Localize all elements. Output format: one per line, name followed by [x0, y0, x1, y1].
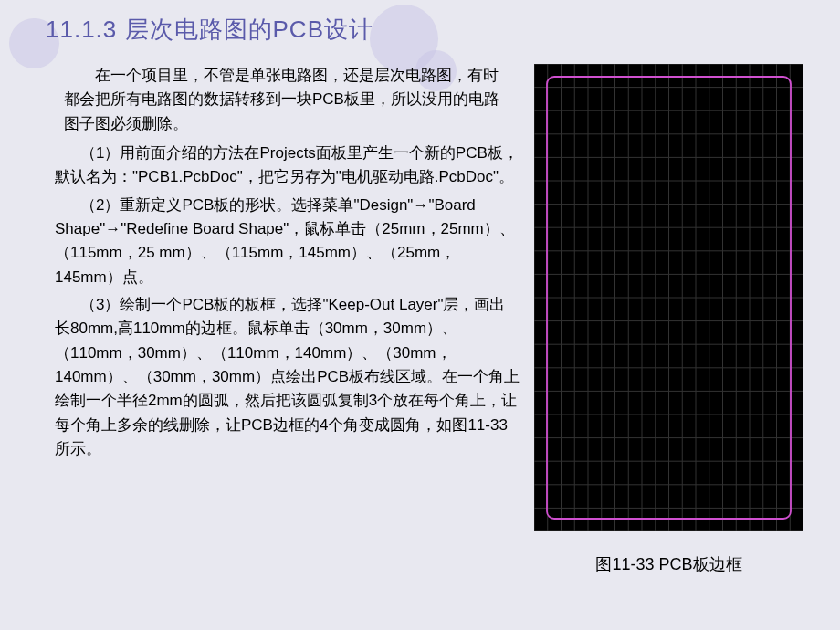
- list-item: （2）重新定义PCB板的形状。选择菜单"Design"→"Board Shape…: [46, 194, 520, 289]
- slide-title: 11.1.3 层次电路图的PCB设计: [46, 14, 813, 46]
- slide-content: 11.1.3 层次电路图的PCB设计 在一个项目里，不管是单张电路图，还是层次电…: [0, 0, 840, 593]
- pcb-svg: [534, 64, 803, 531]
- text-column: 在一个项目里，不管是单张电路图，还是层次电路图，有时都会把所有电路图的数据转移到…: [46, 64, 520, 575]
- body-wrap: 在一个项目里，不管是单张电路图，还是层次电路图，有时都会把所有电路图的数据转移到…: [46, 64, 813, 575]
- figure-caption: 图11-33 PCB板边框: [595, 553, 741, 575]
- list-item: （3）绘制一个PCB板的板框，选择"Keep-Out Layer"层，画出长80…: [46, 293, 520, 461]
- figure-column: 图11-33 PCB板边框: [534, 64, 803, 575]
- list-item: （1）用前面介绍的方法在Projects面板里产生一个新的PCB板，默认名为："…: [46, 142, 520, 190]
- intro-paragraph: 在一个项目里，不管是单张电路图，还是层次电路图，有时都会把所有电路图的数据转移到…: [46, 64, 520, 136]
- pcb-board-figure: [534, 64, 803, 531]
